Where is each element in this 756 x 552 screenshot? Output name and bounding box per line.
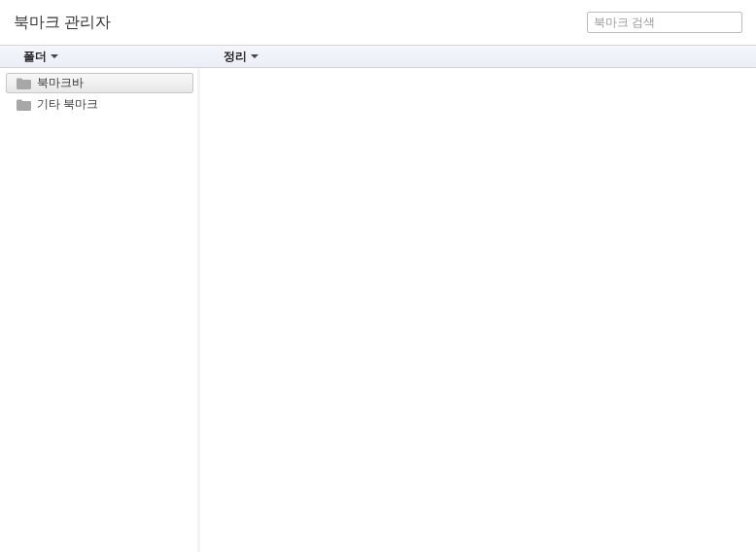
sidebar: 북마크바 기타 북마크 — [0, 68, 200, 552]
header-bar: 북마크 관리자 — [0, 0, 756, 46]
main-panel: 북마크바 기타 북마크 — [0, 68, 756, 552]
folder-menu-label: 폴더 — [23, 49, 47, 65]
chevron-down-icon — [51, 54, 58, 59]
folder-label: 북마크바 — [37, 75, 84, 91]
folder-icon — [17, 99, 31, 111]
search-input[interactable] — [587, 12, 742, 33]
folder-item-bookmarks-bar[interactable]: 북마크바 — [6, 73, 193, 93]
organize-menu-button[interactable]: 정리 — [200, 46, 282, 67]
folder-item-other-bookmarks[interactable]: 기타 북마크 — [6, 94, 193, 115]
organize-menu-label: 정리 — [223, 49, 247, 65]
folder-menu-button[interactable]: 폴더 — [0, 46, 200, 67]
folder-icon — [17, 78, 31, 89]
toolbar: 폴더 정리 — [0, 46, 756, 68]
content-area — [197, 68, 756, 552]
chevron-down-icon — [251, 54, 258, 59]
folder-label: 기타 북마크 — [37, 96, 98, 113]
page-title: 북마크 관리자 — [14, 13, 111, 33]
